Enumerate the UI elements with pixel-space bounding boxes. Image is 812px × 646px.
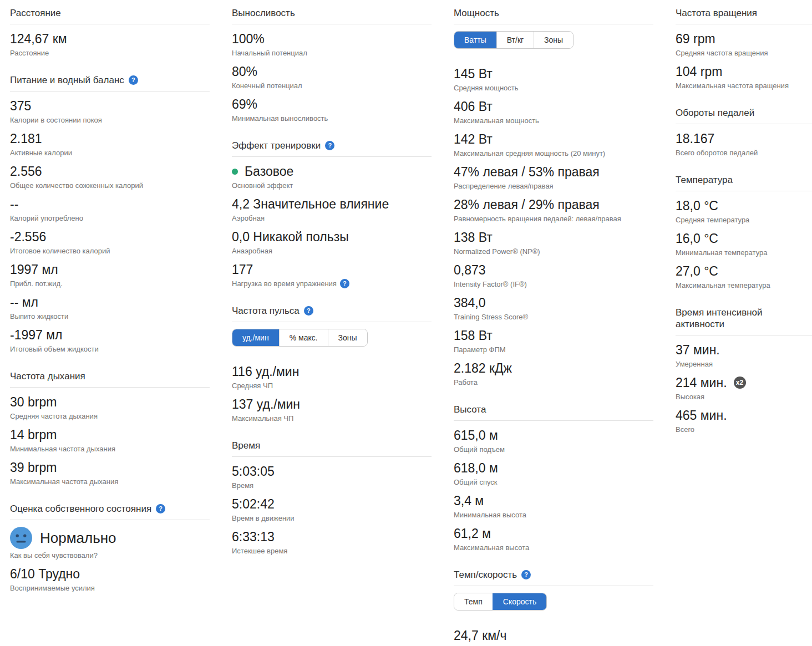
tab[interactable]: % макс. [279, 329, 328, 346]
metric-value-row: 18,0 °C [676, 197, 812, 214]
metric-value: 116 уд./мин [232, 363, 299, 380]
metric-label-row: Аэробная [232, 213, 432, 223]
section-header: Время интенсивной активности [676, 307, 812, 335]
metric-value: 2.556 [10, 163, 42, 180]
tab[interactable]: Скорость [493, 593, 546, 610]
unit-tab-group: ВаттыВт/кгЗоны [454, 31, 574, 49]
metric-label-row: Минимальная выносливость [232, 114, 432, 123]
metric-value: -2.556 [10, 228, 46, 245]
metric-value: 4,2 Значительное влияние [232, 196, 389, 212]
metric: 27,0 °CМаксимальная температура [676, 263, 812, 290]
stats-column: Расстояние124,67 кмРасстояниеПитание и в… [10, 7, 210, 609]
metric-value: 5:03:05 [232, 463, 275, 480]
metric: 618,0 мОбщий спуск [454, 460, 653, 487]
metric-value-row: 30 brpm [10, 394, 210, 410]
metric-value-row: 2.181 [10, 130, 210, 147]
metric: 116 уд./минСредняя ЧП [232, 363, 432, 390]
metric-label: Прибл. пот.жид. [10, 279, 63, 288]
section-title: Время [232, 440, 260, 451]
help-icon[interactable]: ? [340, 279, 349, 288]
help-icon[interactable]: ? [156, 504, 165, 513]
metric-value-row: 80% [232, 63, 432, 80]
section-header: Расстояние [10, 7, 210, 24]
metric-label-row: Минимальная частота дыхания [10, 444, 210, 454]
metric-value-row: -- мл [10, 294, 210, 311]
metric: 6/10 ТрудноВоспринимаемые усилия [10, 566, 210, 593]
metric-value: 384,0 [454, 294, 486, 311]
metric: 138 ВтNormalized Power® (NP®) [454, 229, 653, 256]
tab[interactable]: Темп [454, 593, 493, 610]
metric-value: 618,0 м [454, 460, 498, 476]
metric: 124,67 кмРасстояние [10, 30, 210, 58]
metric-value-row: 615,0 м [454, 427, 653, 444]
section-title: Высота [454, 404, 486, 415]
section-title: Эффект тренировки [232, 140, 321, 151]
metric-value-row: 145 Вт [454, 65, 653, 82]
metric-label: Калорий употреблено [10, 213, 83, 223]
metric-label: Расстояние [10, 48, 49, 58]
stats-section: Частота пульса?уд./мин% макс.Зоны116 уд.… [232, 305, 432, 423]
metric-value-row: 61,2 м [454, 525, 653, 542]
metric-label-row: Калорий употреблено [10, 213, 210, 223]
help-icon[interactable]: ? [304, 306, 313, 316]
metric-value-row: 39 brpm [10, 459, 210, 476]
metric: 69%Минимальная выносливость [232, 96, 432, 123]
metric-value-row: -1997 мл [10, 327, 210, 343]
metric-value-row: -2.556 [10, 228, 210, 245]
metric: 69 rpmСредняя частота вращения [676, 30, 812, 58]
metric: 137 уд./минМаксимальная ЧП [232, 396, 432, 423]
tab[interactable]: Ватты [454, 32, 496, 48]
metric-value: 5:02:42 [232, 496, 275, 512]
metric-value: 406 Вт [454, 98, 493, 115]
metric: 5:03:05Время [232, 463, 432, 490]
metric-value: 37 мин. [676, 342, 720, 358]
tab[interactable]: Зоны [534, 32, 573, 48]
metric: 4,2 Значительное влияниеАэробная [232, 196, 432, 223]
metric-label: Работа [454, 378, 478, 387]
metric-value: 69% [232, 96, 257, 113]
stats-section: Время интенсивной активности37 мин.Умере… [676, 307, 812, 434]
help-icon[interactable]: ? [325, 141, 334, 150]
metric-label: Умеренная [676, 359, 713, 369]
metric-label: Равномерность вращения педалей: левая/пр… [454, 214, 621, 223]
tab[interactable]: Зоны [328, 329, 367, 346]
metric: 39 brpmМаксимальная частота дыхания [10, 459, 210, 486]
help-icon[interactable]: ? [129, 75, 138, 85]
metric-value: 30 brpm [10, 394, 57, 410]
metric-label-row: Расстояние [10, 48, 210, 58]
metric-label-row: Начальный потенциал [232, 48, 432, 58]
metric-value-row: 137 уд./мин [232, 396, 432, 413]
help-icon[interactable]: ? [521, 570, 531, 579]
metric-value: 137 уд./мин [232, 396, 300, 413]
section-title: Темп/скорость [454, 569, 517, 581]
metric-label: Итоговое количество калорий [10, 246, 110, 256]
section-header: Мощность [454, 7, 653, 24]
tab[interactable]: Вт/кг [496, 32, 534, 48]
metric-label-row: Максимальная температура [676, 281, 812, 290]
metric: 6:33:13Истекшее время [232, 528, 432, 556]
metric: 375Калории в состоянии покоя [10, 98, 210, 125]
metric-label: Normalized Power® (NP®) [454, 247, 540, 256]
metric-value-row: 69% [232, 96, 432, 113]
section-title: Выносливость [232, 7, 295, 19]
metric: 16,0 °CМинимальная температура [676, 230, 812, 257]
metric-value-row: 142 Вт [454, 131, 653, 147]
metric-label-row: Нагрузка во время упражнения? [232, 279, 432, 288]
metric-label-row: Активные калории [10, 148, 210, 157]
metric: -1997 млИтоговый объем жидкости [10, 327, 210, 354]
metric-label: Воспринимаемые усилия [10, 583, 95, 593]
tab[interactable]: уд./мин [232, 329, 279, 346]
metric-label: Минимальная частота дыхания [10, 444, 115, 454]
metric: 100%Начальный потенциал [232, 30, 432, 58]
stats-section: Эффект тренировки?БазовоеОсновной эффект… [232, 140, 432, 288]
metric: 37 мин.Умеренная [676, 342, 812, 369]
metric: -- млВыпито жидкости [10, 294, 210, 321]
stats-section: МощностьВаттыВт/кгЗоны145 ВтСредняя мощн… [454, 7, 653, 387]
metric-value-row: 5:02:42 [232, 496, 432, 512]
metric: 24,7 км/чСредняя скорость [454, 627, 653, 646]
metric-value: 69 rpm [676, 30, 715, 47]
metric-label-row: Время [232, 481, 432, 490]
section-title: Температура [676, 174, 733, 186]
section-title: Расстояние [10, 7, 61, 19]
metric-value-row: 6/10 Трудно [10, 566, 210, 582]
